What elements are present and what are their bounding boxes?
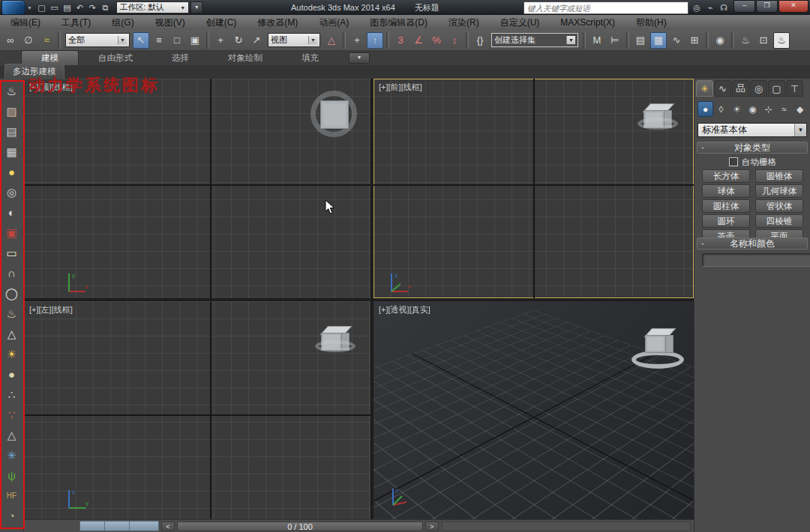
previous-frame-button[interactable]: < bbox=[161, 522, 175, 531]
wire-pyramid-icon[interactable]: △ bbox=[2, 425, 22, 445]
cameras-subtab[interactable]: ◉ bbox=[745, 101, 760, 117]
molecules-icon[interactable]: ∵ bbox=[2, 405, 22, 425]
keyboard-shortcut-override-icon[interactable]: ↑ bbox=[367, 32, 383, 49]
rectangular-selection-region-icon[interactable]: □ bbox=[169, 32, 185, 49]
tab-polygon-modeling[interactable]: 多边形建模 bbox=[4, 64, 64, 79]
ribbon-tab-1[interactable]: 自由形式 bbox=[79, 51, 152, 65]
render-setup-icon[interactable]: ♨ bbox=[737, 32, 754, 49]
spreadsheet-icon[interactable]: ▦ bbox=[2, 142, 22, 162]
hierarchy-tab[interactable]: 品 bbox=[732, 80, 749, 97]
dome-icon[interactable]: ∩ bbox=[2, 263, 22, 283]
snaps-toggle-icon[interactable]: 3 bbox=[392, 32, 409, 49]
menu-item-6[interactable]: 动画(A) bbox=[308, 16, 359, 30]
material-sample-icon[interactable]: ▨ bbox=[2, 101, 22, 121]
key-login-icon[interactable]: ⌁ bbox=[704, 1, 717, 13]
mirror-icon[interactable]: M bbox=[589, 32, 605, 49]
select-and-manipulate-icon[interactable]: + bbox=[349, 32, 365, 49]
primitive-button-3[interactable]: 几何球体 bbox=[755, 184, 803, 198]
ball-icon[interactable]: ● bbox=[2, 364, 22, 384]
search-input[interactable] bbox=[524, 4, 688, 13]
motion-tab[interactable]: ◎ bbox=[750, 80, 767, 97]
menu-item-0[interactable]: 编辑(E) bbox=[0, 16, 51, 30]
ribbon-chevron-icon[interactable]: ▼ bbox=[349, 52, 370, 64]
shapes-subtab[interactable]: ◊ bbox=[713, 101, 729, 117]
rendered-frame-window-icon[interactable]: ⊡ bbox=[755, 32, 772, 49]
teapot-icon[interactable]: ♨ bbox=[2, 81, 22, 101]
create-tab[interactable]: ✳ bbox=[696, 80, 713, 97]
disc-icon[interactable]: ◯ bbox=[2, 283, 22, 303]
layer-manager-icon[interactable]: ▤ bbox=[632, 32, 649, 49]
app-logo-icon[interactable] bbox=[2, 0, 26, 15]
select-and-move-icon[interactable]: + bbox=[212, 32, 229, 49]
workspace-dropdown[interactable]: 工作区: 默认 ▼ bbox=[116, 1, 189, 13]
workspace-extra-dropdown[interactable]: ▼ bbox=[190, 1, 202, 13]
save-file-icon[interactable]: ▤ bbox=[61, 1, 74, 13]
video-camera-icon[interactable]: ▣ bbox=[2, 223, 22, 243]
material-editor-icon[interactable]: ◉ bbox=[712, 32, 728, 49]
viewcube[interactable] bbox=[320, 100, 349, 129]
maximize-button[interactable]: ❐ bbox=[756, 0, 778, 13]
time-slider-track[interactable] bbox=[442, 522, 691, 531]
minimize-button[interactable]: – bbox=[734, 0, 755, 13]
ribbon-tab-0[interactable]: 建模 bbox=[21, 50, 79, 65]
menu-item-10[interactable]: MAXScript(X) bbox=[550, 16, 626, 30]
parameter-panel-icon[interactable]: ▤ bbox=[2, 121, 22, 142]
viewport-top[interactable]: [+][顶][线框] x y bbox=[24, 79, 370, 298]
menu-item-9[interactable]: 自定义(U) bbox=[490, 16, 550, 30]
redo-icon[interactable]: ↷ bbox=[86, 1, 99, 13]
undo-icon[interactable]: ↶ bbox=[74, 1, 86, 13]
percent-snap-icon[interactable]: % bbox=[428, 32, 445, 49]
primitive-button-6[interactable]: 圆环 bbox=[702, 214, 750, 228]
sun-icon[interactable]: ☀ bbox=[2, 344, 22, 364]
select-and-rotate-icon[interactable]: ↻ bbox=[230, 32, 247, 49]
wire-teapot-icon[interactable]: ♨ bbox=[2, 303, 22, 324]
schematic-view-icon[interactable]: ⊞ bbox=[686, 32, 703, 49]
object-type-rollout-header[interactable]: - 对象类型 bbox=[697, 142, 808, 154]
align-icon[interactable]: ⊨ bbox=[607, 32, 623, 49]
viewport-left[interactable]: [+][左][线框] y z bbox=[24, 301, 370, 519]
select-object-icon[interactable]: ↖ bbox=[133, 32, 149, 49]
new-file-icon[interactable]: ▢ bbox=[35, 1, 48, 13]
shaded-sphere-icon[interactable]: ◐ bbox=[2, 202, 22, 223]
viewport-perspective[interactable]: [+][透视][真实] z bbox=[374, 301, 694, 519]
cone-icon[interactable]: △ bbox=[2, 324, 22, 344]
track-bar-segment[interactable] bbox=[80, 521, 159, 531]
utilities-tab[interactable]: ⊤ bbox=[786, 80, 803, 97]
menu-item-1[interactable]: 工具(T) bbox=[51, 16, 101, 30]
primitive-button-4[interactable]: 圆柱体 bbox=[702, 199, 750, 213]
window-crossing-icon[interactable]: ▣ bbox=[187, 32, 203, 49]
close-button[interactable]: ✕ bbox=[778, 0, 808, 13]
geometry-subtab[interactable]: ● bbox=[698, 101, 713, 117]
render-production-icon[interactable]: ♨ bbox=[773, 32, 790, 49]
unlink-selection-icon[interactable]: ∅ bbox=[20, 32, 37, 49]
menu-item-4[interactable]: 创建(C) bbox=[196, 16, 248, 30]
menu-item-2[interactable]: 组(G) bbox=[101, 16, 144, 30]
reference-coordinate-dropdown[interactable]: 视图▼ bbox=[268, 33, 320, 47]
search-icon[interactable]: ◎ bbox=[690, 1, 704, 13]
named-sets-dropdown[interactable]: 创建选择集▼ bbox=[491, 33, 578, 47]
ribbon-tab-2[interactable]: 选择 bbox=[152, 51, 208, 65]
autogrid-checkbox[interactable] bbox=[729, 157, 738, 166]
menu-item-8[interactable]: 渲染(R) bbox=[438, 16, 490, 30]
name-color-rollout-header[interactable]: - 名称和颜色 bbox=[697, 238, 808, 250]
plane-icon[interactable]: ▭ bbox=[2, 243, 22, 263]
menu-item-11[interactable]: 帮助(H) bbox=[626, 16, 677, 30]
select-and-scale-icon[interactable]: ↗ bbox=[248, 32, 265, 49]
display-tab[interactable]: ▢ bbox=[768, 80, 785, 97]
light-bulb-icon[interactable]: ● bbox=[2, 162, 22, 182]
time-slider-handle[interactable]: 0 / 100 bbox=[177, 522, 423, 531]
particle-flower-icon[interactable]: ✳ bbox=[2, 445, 22, 465]
space-warps-subtab[interactable]: ≈ bbox=[776, 101, 792, 117]
helpers-subtab[interactable]: ⊹ bbox=[760, 101, 776, 117]
angle-snap-icon[interactable]: ∠ bbox=[410, 32, 427, 49]
viewport-top-label[interactable]: [+][顶][线框] bbox=[29, 82, 73, 93]
ribbon-toggle-icon[interactable]: ▦ bbox=[650, 32, 667, 49]
ribbon-tab-3[interactable]: 对象绘制 bbox=[208, 51, 282, 65]
primitive-button-7[interactable]: 四棱锥 bbox=[755, 214, 803, 228]
fish-icon[interactable]: HF bbox=[2, 486, 22, 506]
primitive-button-1[interactable]: 圆锥体 bbox=[755, 169, 803, 183]
select-and-link-icon[interactable]: ∞ bbox=[2, 32, 19, 49]
project-folder-icon[interactable]: ⧉ bbox=[99, 1, 112, 13]
use-pivot-point-icon[interactable]: △ bbox=[323, 32, 340, 49]
camera-icon[interactable]: ◎ bbox=[2, 182, 22, 202]
